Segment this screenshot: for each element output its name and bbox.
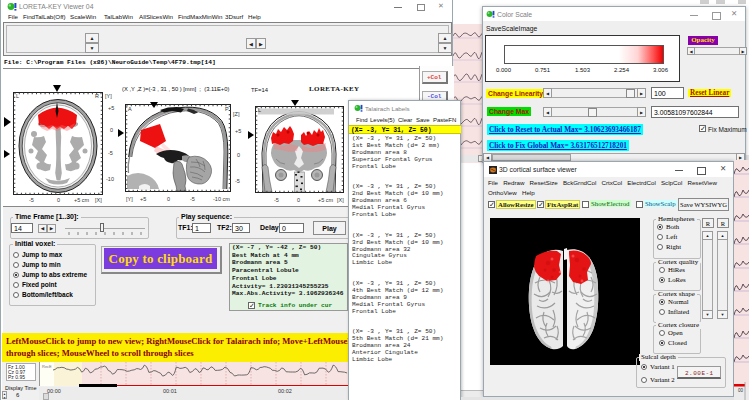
svg-text:00: 00	[738, 388, 744, 393]
